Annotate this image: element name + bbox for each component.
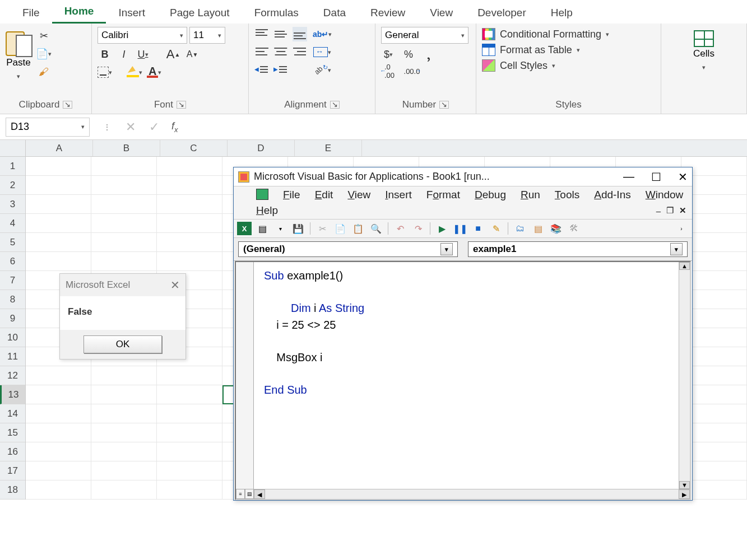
align-left-button[interactable] <box>254 45 269 59</box>
vba-properties-icon[interactable]: ▤ <box>531 222 545 235</box>
msgbox-close-icon[interactable]: ✕ <box>170 278 180 292</box>
row-header-15[interactable]: 15 <box>0 423 25 442</box>
cells-dropdown[interactable] <box>696 60 712 74</box>
align-bottom-button[interactable] <box>293 27 307 41</box>
fx-icon[interactable]: fx <box>166 120 184 134</box>
merge-button[interactable] <box>313 45 332 59</box>
cell[interactable] <box>26 233 91 252</box>
tab-page-layout[interactable]: Page Layout <box>157 3 242 24</box>
vba-cut-icon[interactable]: ✂ <box>315 222 330 235</box>
vba-paste-icon[interactable]: 📋 <box>351 222 365 235</box>
paste-icon[interactable] <box>6 27 31 56</box>
cell[interactable] <box>26 442 91 461</box>
cell[interactable] <box>157 385 222 404</box>
vba-code-text[interactable]: Sub example1() Dim i As String i = 25 <>… <box>264 268 678 399</box>
vba-mdi-minimize-icon[interactable]: – <box>656 206 661 216</box>
vba-menu-view[interactable]: View <box>347 189 370 201</box>
format-as-table-button[interactable]: Format as Table <box>482 44 609 56</box>
cell[interactable] <box>157 195 222 214</box>
row-header-17[interactable]: 17 <box>0 461 25 480</box>
vba-menu-file[interactable]: File <box>283 189 300 201</box>
align-center-button[interactable] <box>273 45 288 59</box>
comma-style-button[interactable]: ﹐ <box>421 47 437 62</box>
vba-toolbar-more-icon[interactable]: › <box>674 222 689 235</box>
currency-button[interactable]: $ <box>381 47 396 62</box>
cell[interactable] <box>91 214 157 233</box>
cell[interactable] <box>91 195 157 214</box>
vba-menu-format[interactable]: Format <box>426 189 460 201</box>
vba-toolbox-icon[interactable]: 🛠 <box>567 222 581 235</box>
tab-insert[interactable]: Insert <box>106 3 157 24</box>
cell[interactable] <box>157 233 222 252</box>
shrink-font-button[interactable]: A▼ <box>185 47 199 62</box>
alignment-launcher-icon[interactable]: ↘ <box>330 101 340 109</box>
cell[interactable] <box>91 461 157 480</box>
col-header-C[interactable]: C <box>160 140 228 156</box>
row-header-13[interactable]: 13 <box>0 385 25 404</box>
vba-titlebar[interactable]: Microsoft Visual Basic for Applications … <box>234 167 692 186</box>
cell[interactable] <box>157 157 222 176</box>
vba-procedure-view-icon[interactable]: ≡ <box>236 489 245 499</box>
cut-icon[interactable]: ✂ <box>36 29 52 43</box>
percent-button[interactable]: % <box>401 47 416 62</box>
row-header-9[interactable]: 9 <box>0 309 25 328</box>
vba-view-excel-icon[interactable]: X <box>237 222 252 235</box>
tab-help[interactable]: Help <box>539 3 585 24</box>
increase-indent-button[interactable] <box>273 63 288 77</box>
format-painter-icon[interactable]: 🖌 <box>36 65 52 78</box>
row-header-12[interactable]: 12 <box>0 366 25 385</box>
row-header-5[interactable]: 5 <box>0 233 25 252</box>
cell[interactable] <box>157 461 222 480</box>
cell[interactable] <box>26 404 91 423</box>
vba-menu-window[interactable]: Window <box>646 189 684 201</box>
font-color-button[interactable]: A <box>147 65 161 80</box>
select-all-corner[interactable] <box>0 140 26 157</box>
vba-minimize-icon[interactable]: — <box>623 170 634 184</box>
vba-redo-icon[interactable]: ↷ <box>411 222 425 235</box>
formula-input[interactable] <box>184 118 747 137</box>
wrap-text-button[interactable]: ab↵ <box>313 27 332 41</box>
col-header-A[interactable]: A <box>26 140 93 156</box>
cell[interactable] <box>157 480 222 500</box>
cell[interactable] <box>26 157 91 176</box>
cell[interactable] <box>157 176 222 195</box>
cell[interactable] <box>91 385 157 404</box>
enter-icon[interactable]: ✓ <box>142 120 166 134</box>
vba-menu-debug[interactable]: Debug <box>475 189 506 201</box>
number-launcher-icon[interactable]: ↘ <box>439 101 449 109</box>
row-header-18[interactable]: 18 <box>0 480 25 500</box>
tab-view[interactable]: View <box>417 3 465 24</box>
italic-button[interactable]: I <box>117 47 131 62</box>
orientation-button[interactable] <box>313 63 332 77</box>
vba-save-icon[interactable]: 💾 <box>291 222 305 235</box>
font-launcher-icon[interactable]: ↘ <box>177 101 186 109</box>
vba-undo-icon[interactable]: ↶ <box>393 222 407 235</box>
cell-styles-button[interactable]: Cell Styles <box>482 59 609 72</box>
row-header-7[interactable]: 7 <box>0 271 25 290</box>
vba-maximize-icon[interactable]: ☐ <box>651 170 661 184</box>
fill-color-button[interactable] <box>127 65 142 80</box>
vba-break-icon[interactable]: ❚❚ <box>453 222 467 235</box>
cell[interactable] <box>157 214 222 233</box>
increase-decimal-button[interactable]: .00→.0 <box>403 65 420 77</box>
cell[interactable] <box>26 176 91 195</box>
row-header-4[interactable]: 4 <box>0 214 25 233</box>
vba-menu-edit[interactable]: Edit <box>315 189 333 201</box>
col-header-B[interactable]: B <box>93 140 160 156</box>
vba-menu-help[interactable]: Help <box>256 204 278 217</box>
cell[interactable] <box>91 233 157 252</box>
cell[interactable] <box>157 423 222 442</box>
row-header-2[interactable]: 2 <box>0 176 25 195</box>
vba-reset-icon[interactable]: ■ <box>471 222 485 235</box>
tab-data[interactable]: Data <box>311 3 358 24</box>
vba-object-browser-icon[interactable]: 📚 <box>549 222 563 235</box>
cell[interactable] <box>91 176 157 195</box>
bold-button[interactable]: B <box>98 47 112 62</box>
cell[interactable] <box>26 195 91 214</box>
cell[interactable] <box>91 404 157 423</box>
vba-project-explorer-icon[interactable]: 🗂 <box>513 222 527 235</box>
vba-vertical-scrollbar[interactable] <box>679 262 690 489</box>
row-header-10[interactable]: 10 <box>0 328 25 347</box>
cell[interactable] <box>26 385 91 404</box>
vba-code-pane[interactable]: Sub example1() Dim i As String i = 25 <>… <box>235 261 691 500</box>
